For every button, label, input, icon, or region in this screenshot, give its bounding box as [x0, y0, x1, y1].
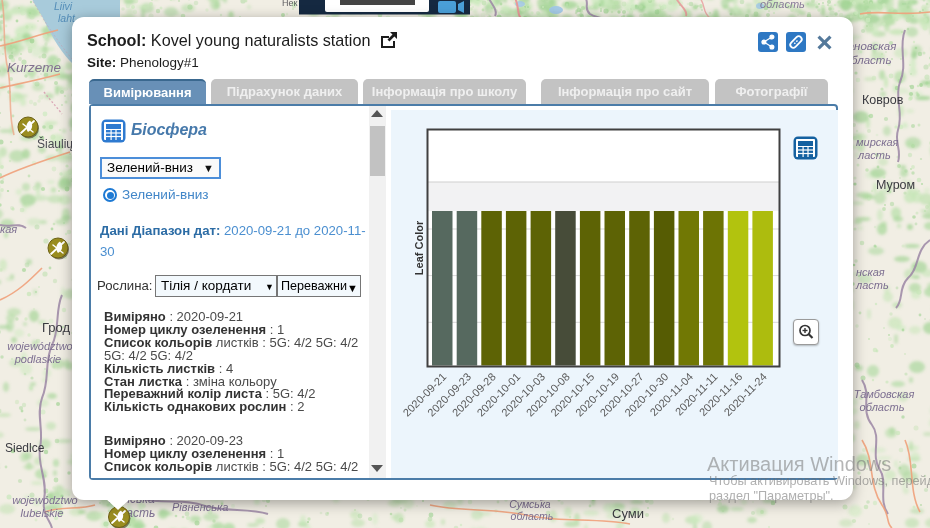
svg-text:Kurzeme: Kurzeme: [7, 60, 61, 75]
svg-text:область: область: [511, 510, 554, 522]
svg-text:Суми: Суми: [612, 506, 644, 521]
svg-text:podlaskie: podlaskie: [14, 353, 61, 365]
svg-text:Тамбовская: Тамбовская: [854, 388, 915, 400]
svg-text:Liivi: Liivi: [54, 0, 73, 12]
svg-text:Šiaulių: Šiaulių: [37, 136, 73, 151]
svg-text:Нек: Нек: [282, 0, 298, 8]
svg-text:область: область: [860, 401, 905, 413]
svg-text:область: область: [760, 0, 805, 10]
svg-text:Грод: Грод: [42, 320, 70, 335]
svg-text:мирская: мирская: [856, 136, 899, 148]
svg-text:кая: кая: [0, 223, 17, 235]
svg-text:województwo: województwo: [12, 494, 77, 506]
svg-text:нская: нская: [856, 266, 885, 278]
svg-text:Siedlce: Siedlce: [5, 441, 45, 455]
svg-text:ласть: ласть: [857, 149, 891, 161]
svg-text:województwo: województwo: [7, 340, 72, 352]
svg-text:Ковров: Ковров: [862, 93, 904, 107]
svg-text:Leaf Color: Leaf Color: [413, 220, 425, 275]
svg-text:Рівненська: Рівненська: [172, 501, 228, 513]
svg-text:Муром: Муром: [876, 178, 915, 192]
svg-text:ласть: ласть: [855, 279, 889, 291]
svg-text:lubelskie: lubelskie: [21, 507, 64, 519]
